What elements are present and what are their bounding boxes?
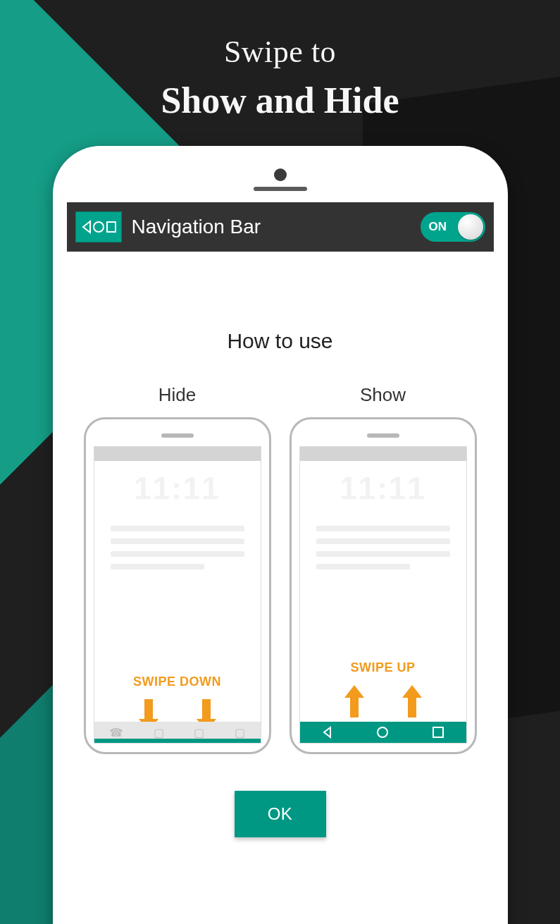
app-screen: Navigation Bar ON How to use Hide xyxy=(67,202,494,907)
svg-rect-3 xyxy=(433,727,443,737)
back-icon xyxy=(321,725,335,739)
hide-label: Hide xyxy=(158,384,196,406)
enable-toggle[interactable]: ON xyxy=(421,212,485,242)
ghost-time-text: 11:11 xyxy=(134,471,220,506)
show-column: Show 11:11 SWIPE UP xyxy=(290,384,477,754)
promo-line2: Show and Hide xyxy=(0,80,560,121)
hide-illustration: 11:11 SWIPE DOWN ☎▢▢▢ xyxy=(84,417,271,754)
toggle-label: ON xyxy=(429,220,447,234)
home-icon xyxy=(375,725,390,739)
nav-bar-logo-icon xyxy=(75,211,122,242)
svg-point-0 xyxy=(94,222,104,232)
arrows-up-icon xyxy=(300,685,466,717)
ok-button[interactable]: OK xyxy=(235,791,326,837)
hide-column: Hide 11:11 SWIPE DOWN xyxy=(84,384,271,754)
promo-headline: Swipe to Show and Hide xyxy=(0,0,560,121)
phone-camera-icon xyxy=(274,168,287,181)
instruction-columns: Hide 11:11 SWIPE DOWN xyxy=(84,384,477,754)
show-illustration: 11:11 SWIPE UP xyxy=(290,417,477,754)
toolbar-title: Navigation Bar xyxy=(132,216,411,238)
app-toolbar: Navigation Bar ON xyxy=(67,202,494,252)
ghost-time-text: 11:11 xyxy=(340,471,426,506)
swipe-up-label: SWIPE UP xyxy=(300,660,466,675)
svg-rect-1 xyxy=(107,222,116,232)
toggle-knob-icon xyxy=(458,214,483,240)
ok-button-label: OK xyxy=(268,804,293,823)
show-label: Show xyxy=(360,384,406,406)
promo-line1: Swipe to xyxy=(0,34,560,70)
recent-icon xyxy=(431,725,445,739)
svg-point-2 xyxy=(378,727,387,737)
swipe-down-label: SWIPE DOWN xyxy=(94,674,261,689)
howto-dialog: How to use Hide 11:11 SWIPE DOWN xyxy=(67,252,494,907)
phone-frame: Navigation Bar ON How to use Hide xyxy=(53,146,508,924)
phone-speaker-icon xyxy=(254,187,307,191)
solid-nav-bar-icon xyxy=(300,722,466,743)
dialog-title: How to use xyxy=(227,329,332,353)
